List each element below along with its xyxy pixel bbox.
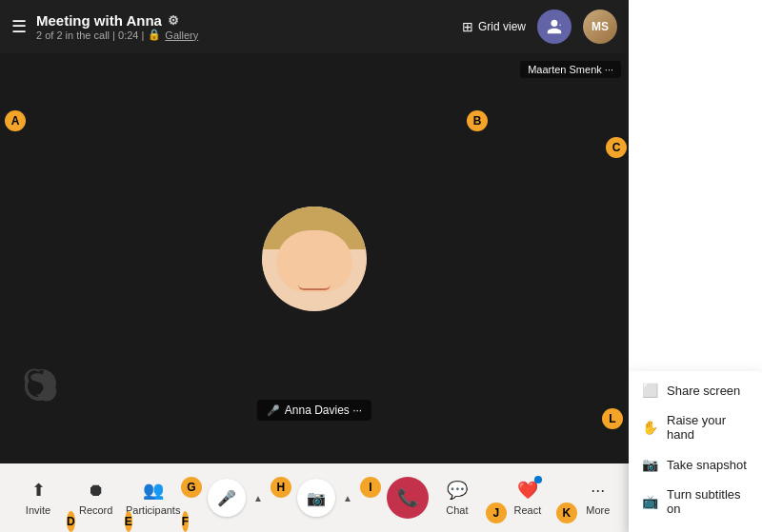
chat-label: Chat: [446, 504, 468, 516]
grid-view-button[interactable]: ⊞ Grid view: [462, 19, 526, 34]
badge-E: E: [125, 511, 132, 532]
menu-item-0[interactable]: ⬜Share screen: [629, 375, 762, 405]
subtitle-gallery[interactable]: Gallery: [165, 30, 198, 41]
title-group: Meeting with Anna ⚙ 2 of 2 in the call |…: [36, 12, 198, 41]
meeting-title: Meeting with Anna ⚙: [36, 12, 198, 29]
title-text: Meeting with Anna: [36, 12, 162, 29]
chat-button[interactable]: 💬 Chat: [429, 472, 486, 523]
react-icon: ❤️: [517, 480, 538, 501]
grid-view-label: Grid view: [478, 20, 526, 33]
menu-item-2[interactable]: 📷Take snapshot: [629, 449, 762, 480]
video-chevron[interactable]: ▲: [341, 493, 354, 503]
skype-watermark: [19, 365, 57, 411]
invite-label: Invite: [26, 504, 50, 516]
mute-button[interactable]: 🎤: [208, 479, 246, 517]
mute-chevron[interactable]: ▲: [251, 493, 265, 503]
badge-D: D: [67, 511, 75, 532]
video-area: Maarten Smenk ··· 🎤 Anna Davies ···: [0, 53, 629, 463]
menu-item-icon-3: 📺: [642, 494, 657, 509]
end-call-button[interactable]: 📞: [387, 477, 429, 519]
mic-off-icon: 🎤: [267, 404, 280, 417]
menu-item-icon-1: ✋: [642, 420, 657, 435]
video-button[interactable]: 📷: [297, 479, 335, 517]
right-panel: ⬜Share screen✋Raise your hand📷Take snaps…: [629, 0, 762, 532]
participants-button[interactable]: 👥 Participants: [125, 472, 182, 523]
more-button[interactable]: ··· More: [570, 473, 627, 523]
face-image: [262, 207, 367, 311]
badge-B: B: [467, 110, 488, 131]
badge-C: C: [606, 137, 627, 158]
react-notification-dot: [534, 476, 542, 483]
more-dropdown-menu: ⬜Share screen✋Raise your hand📷Take snaps…: [629, 371, 762, 532]
participant-name-badge: Maarten Smenk ···: [520, 61, 621, 78]
add-person-icon: +: [546, 18, 563, 35]
record-icon: ⏺: [88, 481, 105, 501]
anna-label: 🎤 Anna Davies ···: [257, 400, 371, 421]
user-avatar[interactable]: MS: [583, 10, 617, 44]
toolbar-right: 💬 Chat J ❤️ React K ··· More: [429, 472, 627, 523]
toolbar: ⬆ Invite D ⏺ Record E 👥 Participants F G…: [0, 463, 629, 532]
badge-L: L: [602, 408, 623, 429]
avatar-image: MS: [583, 10, 617, 44]
react-button[interactable]: ❤️ React: [499, 472, 556, 523]
record-button[interactable]: ⏺ Record: [68, 473, 125, 523]
menu-item-label-0: Share screen: [667, 384, 740, 398]
header: ☰ Meeting with Anna ⚙ 2 of 2 in the call…: [0, 0, 629, 53]
lock-icon: 🔒: [148, 29, 161, 41]
anna-name: Anna Davies ···: [285, 404, 362, 417]
badge-H: H: [271, 477, 291, 498]
hamburger-icon[interactable]: ☰: [11, 16, 27, 37]
header-left: ☰ Meeting with Anna ⚙ 2 of 2 in the call…: [11, 12, 198, 41]
invite-button[interactable]: ⬆ Invite: [10, 472, 67, 523]
chat-icon: 💬: [447, 480, 468, 501]
add-participant-button[interactable]: +: [537, 10, 572, 44]
participants-label: Participants: [126, 504, 180, 516]
grid-icon: ⊞: [462, 19, 473, 34]
subtitle-text: 2 of 2 in the call | 0:24 |: [36, 30, 144, 41]
badge-A: A: [5, 110, 26, 131]
badge-I: I: [360, 477, 381, 498]
more-label: More: [586, 504, 610, 516]
menu-item-icon-2: 📷: [642, 457, 657, 472]
menu-item-label-2: Take snapshot: [667, 458, 747, 472]
participants-icon: 👥: [143, 480, 164, 501]
menu-item-4[interactable]: 🔄Change background: [629, 523, 762, 532]
meeting-subtitle: 2 of 2 in the call | 0:24 | 🔒 Gallery: [36, 29, 198, 41]
badge-K: K: [556, 502, 577, 523]
menu-item-label-3: Turn subtitles on: [667, 487, 749, 516]
participant-avatar: [262, 207, 367, 311]
menu-item-3[interactable]: 📺Turn subtitles on: [629, 480, 762, 523]
badge-G: G: [181, 477, 202, 498]
menu-item-1[interactable]: ✋Raise your hand: [629, 405, 762, 449]
react-label: React: [513, 504, 541, 516]
badge-F: F: [182, 511, 189, 532]
toolbar-center: G 🎤 ▲ H 📷 ▲ I 📞: [181, 477, 429, 519]
menu-item-label-1: Raise your hand: [667, 413, 749, 442]
gear-icon[interactable]: ⚙: [168, 13, 179, 28]
invite-icon: ⬆: [31, 480, 46, 501]
record-label: Record: [79, 504, 112, 516]
more-icon: ···: [591, 481, 605, 501]
menu-item-icon-0: ⬜: [642, 383, 657, 398]
header-right: ⊞ Grid view + MS: [462, 10, 617, 44]
